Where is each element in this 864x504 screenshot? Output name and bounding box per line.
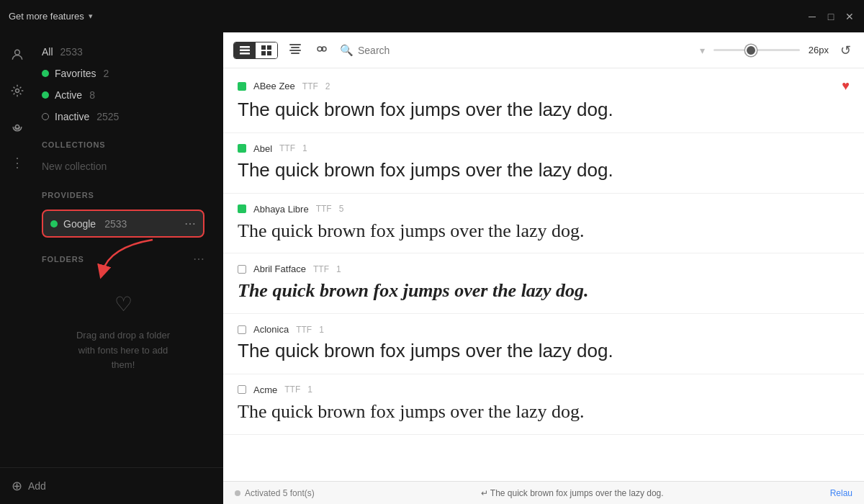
svg-point-15 bbox=[318, 47, 322, 51]
favorite-button[interactable]: ♥ bbox=[842, 78, 850, 94]
minimize-button[interactable]: ─ bbox=[806, 11, 818, 22]
new-collection-item[interactable]: New collection bbox=[37, 156, 209, 176]
google-label: Google bbox=[63, 218, 96, 230]
grid-view-button[interactable] bbox=[256, 42, 277, 58]
add-label: Add bbox=[28, 480, 46, 492]
inactive-dot bbox=[42, 113, 49, 120]
all-count: 2533 bbox=[60, 46, 83, 58]
settings-icon-btn[interactable] bbox=[6, 80, 28, 102]
google-provider-inner: Google 2533 bbox=[50, 218, 127, 230]
font-name: Aclonica bbox=[253, 324, 289, 335]
font-format: TTF bbox=[284, 384, 300, 395]
font-size-slider-wrap bbox=[714, 49, 800, 51]
font-active-dot bbox=[238, 144, 246, 153]
svg-rect-8 bbox=[267, 45, 271, 50]
content-area: 🔍 ▾ 26px ↺ ABee Zee TT bbox=[223, 32, 864, 504]
font-meta: Acme TTF 1 bbox=[238, 384, 312, 395]
font-variants: 5 bbox=[339, 204, 344, 214]
list-view-button[interactable] bbox=[234, 42, 256, 58]
favorites-dot bbox=[42, 70, 49, 77]
all-label: All bbox=[42, 46, 53, 58]
font-item-acme[interactable]: Acme TTF 1 The quick brown fox jumps ove… bbox=[223, 374, 864, 435]
add-button[interactable]: ⊕ Add bbox=[0, 467, 223, 504]
font-name: Abhaya Libre bbox=[253, 204, 309, 215]
main-container: ⋮ All 2533 Favorites 2 Active 8 bbox=[0, 32, 864, 504]
add-circle-icon: ⊕ bbox=[12, 478, 22, 494]
search-input[interactable] bbox=[358, 45, 691, 56]
provider-highlight-container: Google 2533 ⋯ bbox=[37, 207, 209, 238]
maximize-button[interactable]: □ bbox=[825, 11, 837, 22]
status-dot bbox=[235, 490, 240, 496]
font-item-abhaya[interactable]: Abhaya Libre TTF 5 The quick brown fox j… bbox=[223, 194, 864, 254]
filter-inactive[interactable]: Inactive 2525 bbox=[37, 107, 209, 126]
status-preview-text: ↵ The quick brown fox jumps over the laz… bbox=[481, 488, 664, 498]
sidebar-icon-rail: ⋮ bbox=[0, 32, 35, 467]
font-inactive-dot bbox=[238, 385, 246, 394]
toolbar: 🔍 ▾ 26px ↺ bbox=[223, 32, 864, 68]
favorites-label: Favorites bbox=[55, 68, 96, 79]
font-preview: The quick brown fox jumps over the lazy … bbox=[238, 339, 850, 364]
get-more-features-btn[interactable]: Get more features ▾ bbox=[9, 11, 93, 22]
filter-active[interactable]: Active 8 bbox=[37, 86, 209, 104]
font-preview: The quick brown fox jumps over the lazy … bbox=[238, 279, 850, 303]
window-controls: ─ □ ✕ bbox=[806, 11, 855, 22]
collections-label: COLLECTIONS bbox=[42, 140, 106, 149]
folders-section: FOLDERS ⋯ ♡ Drag and drop a folderwith f… bbox=[37, 240, 209, 390]
google-status-dot bbox=[50, 220, 58, 228]
font-variants: 1 bbox=[307, 384, 312, 395]
folders-menu-icon[interactable]: ⋯ bbox=[193, 252, 204, 266]
status-reload-link[interactable]: Relau bbox=[830, 488, 852, 498]
svg-rect-7 bbox=[261, 45, 266, 50]
svg-point-1 bbox=[16, 89, 19, 93]
font-inactive-dot bbox=[238, 325, 246, 334]
search-bar[interactable]: 🔍 bbox=[340, 44, 691, 57]
svg-rect-9 bbox=[261, 51, 266, 55]
font-item-abril[interactable]: Abril Fatface TTF 1 The quick brown fox … bbox=[223, 253, 864, 314]
font-item-abeezee[interactable]: ABee Zee TTF 2 ♥ The quick brown fox jum… bbox=[223, 68, 864, 133]
font-item-header: Acme TTF 1 bbox=[238, 384, 850, 395]
chevron-down-icon: ▾ bbox=[89, 12, 93, 21]
reset-button[interactable]: ↺ bbox=[837, 40, 854, 61]
more-options-icon[interactable]: ⋮ bbox=[11, 155, 24, 171]
view-toggle[interactable] bbox=[233, 42, 278, 59]
svg-point-0 bbox=[15, 50, 20, 55]
font-meta: Aclonica TTF 1 bbox=[238, 324, 324, 335]
font-variants: 1 bbox=[302, 143, 307, 153]
align-button[interactable] bbox=[287, 40, 304, 60]
font-variants: 1 bbox=[336, 264, 341, 274]
font-preview: The quick brown fox jumps over the lazy … bbox=[238, 98, 850, 122]
folders-empty-state: ♡ Drag and drop a folderwith fonts here … bbox=[42, 271, 204, 390]
active-dot bbox=[42, 91, 49, 99]
font-format: TTF bbox=[316, 204, 332, 214]
provider-menu-icon[interactable]: ⋯ bbox=[184, 217, 196, 230]
favorites-count: 2 bbox=[104, 68, 109, 79]
svg-point-2 bbox=[16, 125, 19, 129]
close-button[interactable]: ✕ bbox=[844, 11, 855, 22]
font-preview: The quick brown fox jumps over the lazy … bbox=[238, 219, 850, 243]
font-item-header: Aclonica TTF 1 bbox=[238, 324, 850, 335]
font-variants: 2 bbox=[325, 81, 330, 91]
svg-rect-14 bbox=[291, 53, 300, 54]
providers-label: PROVIDERS bbox=[42, 191, 94, 199]
font-active-dot bbox=[238, 82, 246, 91]
font-item-abel[interactable]: Abel TTF 1 The quick brown fox jumps ove… bbox=[223, 133, 864, 194]
new-collection-label: New collection bbox=[42, 161, 107, 172]
font-format: TTF bbox=[279, 143, 295, 153]
google-provider-item[interactable]: Google 2533 ⋯ bbox=[42, 210, 204, 238]
font-size-slider[interactable] bbox=[714, 49, 800, 51]
filter-favorites[interactable]: Favorites 2 bbox=[37, 64, 209, 83]
font-item-header: ABee Zee TTF 2 ♥ bbox=[238, 78, 850, 94]
heart-icon: ♡ bbox=[114, 289, 132, 321]
providers-icon-btn[interactable] bbox=[6, 116, 28, 138]
filter-all[interactable]: All 2533 bbox=[37, 42, 209, 61]
font-name: Acme bbox=[253, 384, 277, 395]
svg-rect-11 bbox=[289, 44, 301, 45]
effect-button[interactable] bbox=[312, 40, 331, 61]
folders-header: FOLDERS ⋯ bbox=[42, 240, 204, 271]
font-item-aclonica[interactable]: Aclonica TTF 1 The quick brown fox jumps… bbox=[223, 314, 864, 374]
status-left: Activated 5 font(s) bbox=[235, 488, 315, 498]
font-format: TTF bbox=[296, 325, 312, 335]
font-meta: ABee Zee TTF 2 bbox=[238, 81, 330, 91]
profile-icon-btn[interactable] bbox=[6, 44, 28, 66]
search-dropdown-icon[interactable]: ▾ bbox=[700, 45, 705, 56]
